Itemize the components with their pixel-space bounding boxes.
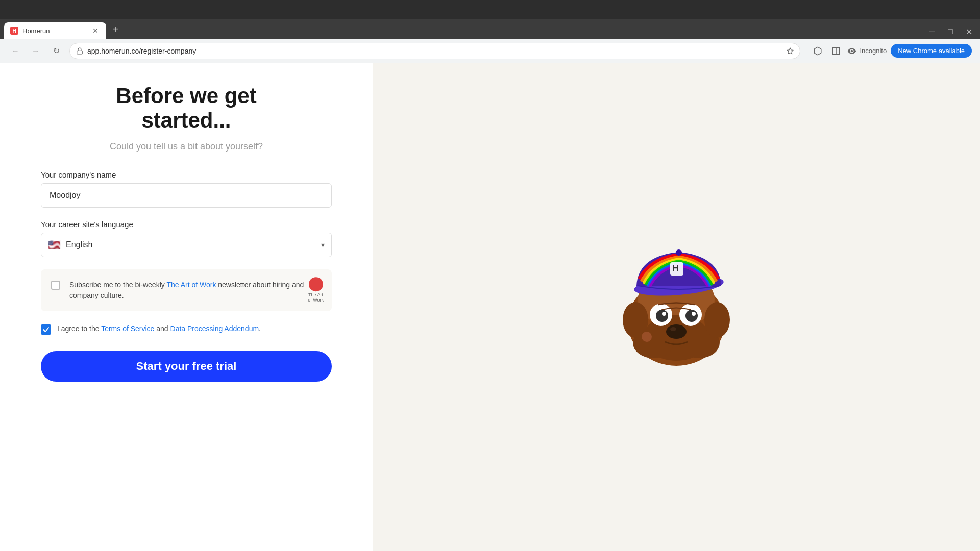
art-of-work-logo: The Artof Work	[308, 277, 324, 304]
art-of-work-link[interactable]: The Art of Work	[166, 281, 216, 289]
nav-bar: ← → ↻ app.homerun.co/register-company	[0, 39, 980, 63]
newsletter-box: Subscribe me to the bi-weekly The Art of…	[41, 269, 332, 311]
extensions-icon[interactable]	[811, 44, 825, 58]
dog-mascot-svg: H	[605, 220, 748, 384]
incognito-label: Incognito	[860, 47, 887, 55]
lock-icon	[76, 47, 83, 55]
us-flag-icon: 🇺🇸	[48, 239, 61, 251]
close-window-button[interactable]: ✕	[962, 24, 976, 39]
page-content: Before we getstarted... Could you tell u…	[0, 63, 980, 551]
refresh-button[interactable]: ↻	[49, 44, 63, 58]
newsletter-text: Subscribe me to the bi-weekly The Art of…	[69, 280, 322, 301]
terms-checkbox[interactable]	[41, 324, 51, 335]
svg-point-18	[670, 327, 676, 331]
chrome-update-button[interactable]: New Chrome available	[891, 44, 972, 58]
terms-text: I agree to the Terms of Service and Data…	[57, 323, 261, 334]
page-subtitle: Could you tell us a bit about yourself?	[41, 141, 332, 152]
minimize-button[interactable]: ─	[925, 24, 939, 39]
language-group: Your career site's language 🇺🇸 English D…	[41, 220, 332, 257]
data-processing-link[interactable]: Data Processing Addendum	[170, 324, 259, 333]
svg-point-13	[656, 310, 668, 322]
language-select-wrapper: 🇺🇸 English Dutch German French Spanish ▾	[41, 233, 332, 257]
svg-point-14	[685, 310, 698, 322]
svg-point-17	[666, 324, 687, 339]
tab-favicon: H	[10, 27, 18, 35]
svg-point-19	[642, 332, 652, 342]
left-panel: Before we getstarted... Could you tell u…	[0, 63, 373, 551]
tab-title: Homerun	[22, 27, 50, 35]
split-view-icon[interactable]	[829, 44, 843, 58]
company-name-input[interactable]	[41, 183, 332, 208]
title-bar	[0, 0, 980, 19]
star-icon[interactable]	[787, 47, 794, 55]
url-text: app.homerun.co/register-company	[87, 47, 782, 55]
back-button[interactable]: ←	[8, 44, 22, 58]
svg-rect-0	[77, 51, 83, 54]
svg-point-16	[692, 312, 696, 316]
art-logo-circle	[309, 277, 323, 291]
company-name-label: Your company's name	[41, 170, 332, 179]
art-logo-text: The Artof Work	[308, 292, 324, 304]
company-name-group: Your company's name	[41, 170, 332, 208]
svg-point-15	[662, 312, 666, 316]
dog-illustration: H	[605, 220, 748, 394]
forward-button[interactable]: →	[29, 44, 43, 58]
tab-bar: H Homerun ✕ + ─ □ ✕	[0, 19, 980, 39]
window-controls: ─ □ ✕	[925, 24, 976, 39]
svg-point-23	[676, 249, 682, 256]
incognito-icon	[847, 46, 856, 56]
maximize-button[interactable]: □	[943, 24, 958, 39]
svg-marker-1	[788, 48, 794, 54]
language-select[interactable]: English Dutch German French Spanish	[41, 233, 332, 257]
page-title: Before we getstarted...	[41, 84, 332, 133]
address-bar[interactable]: app.homerun.co/register-company	[69, 43, 800, 59]
tab-close-button[interactable]: ✕	[91, 26, 100, 35]
checkmark-icon	[42, 326, 50, 333]
language-label: Your career site's language	[41, 220, 332, 229]
active-tab[interactable]: H Homerun ✕	[4, 22, 106, 39]
svg-text:H: H	[672, 263, 679, 273]
terms-row: I agree to the Terms of Service and Data…	[41, 323, 332, 335]
start-trial-button[interactable]: Start your free trial	[41, 351, 332, 382]
svg-point-10	[704, 302, 730, 338]
terms-of-service-link[interactable]: Terms of Service	[101, 324, 154, 333]
newsletter-checkbox[interactable]	[51, 281, 60, 290]
new-tab-button[interactable]: +	[108, 22, 122, 36]
nav-right-controls: Incognito New Chrome available	[811, 44, 972, 58]
right-panel: H	[373, 63, 980, 551]
incognito-indicator: Incognito	[847, 46, 887, 56]
